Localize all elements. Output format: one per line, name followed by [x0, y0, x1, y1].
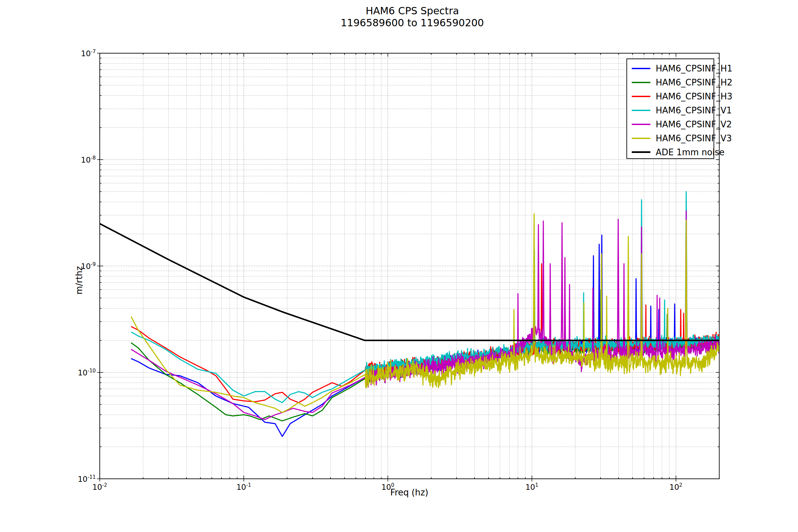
y-tick-label: 10-8: [81, 155, 96, 164]
legend-label: ADE 1mm noise: [656, 147, 724, 157]
x-tick-label: 100: [381, 482, 394, 491]
x-tick-label: 102: [669, 482, 682, 491]
legend-line-swatch: [632, 138, 650, 139]
legend-label: HAM6_CPSINF_V2: [656, 119, 732, 129]
legend-label: HAM6_CPSINF_H3: [656, 92, 733, 101]
legend-line-swatch: [632, 151, 650, 153]
legend-entry: HAM6_CPSINF_H1: [627, 61, 714, 75]
y-tick-label: 10-10: [78, 368, 96, 377]
legend-entry: HAM6_CPSINF_V1: [627, 103, 714, 117]
figure: HAM6 CPS Spectra 1196589600 to 119659020…: [0, 0, 798, 532]
legend-line-swatch: [632, 82, 650, 83]
x-tick-label: 10-1: [236, 482, 251, 491]
legend-line-swatch: [632, 110, 650, 111]
legend-entry: HAM6_CPSINF_H3: [627, 89, 714, 103]
x-tick-label: 10-2: [92, 482, 107, 491]
x-tick-label: 101: [525, 482, 538, 491]
legend-entry: ADE 1mm noise: [627, 145, 714, 159]
legend-label: HAM6_CPSINF_V3: [656, 133, 732, 143]
legend-entry: HAM6_CPSINF_V2: [627, 117, 714, 131]
legend: HAM6_CPSINF_H1HAM6_CPSINF_H2HAM6_CPSINF_…: [626, 58, 714, 159]
legend-line-swatch: [632, 124, 650, 125]
legend-line-swatch: [632, 68, 650, 69]
y-tick-label: 10-11: [78, 474, 96, 483]
legend-label: HAM6_CPSINF_H1: [656, 63, 733, 74]
legend-label: HAM6_CPSINF_H2: [656, 77, 733, 88]
legend-line-swatch: [632, 96, 650, 97]
legend-entry: HAM6_CPSINF_H2: [627, 75, 714, 90]
legend-entry: HAM6_CPSINF_V3: [627, 131, 714, 145]
y-tick-label: 10-7: [81, 49, 96, 58]
y-tick-label: 10-9: [81, 261, 96, 271]
legend-label: HAM6_CPSINF_V1: [656, 106, 732, 115]
